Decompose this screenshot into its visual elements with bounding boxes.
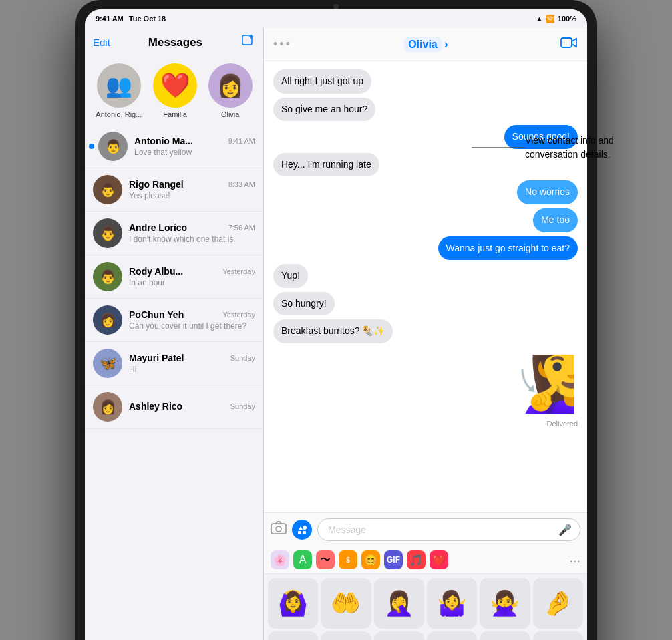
conv-preview-antonio: Love that yellow	[134, 148, 255, 157]
conv-avatar-rigo: 👨	[93, 175, 122, 204]
conv-info-rigo: Rigo Rangel 8:33 AM Yes please!	[129, 179, 255, 200]
conv-time-pochun: Yesterday	[222, 311, 255, 319]
music-sticker[interactable]: 🎵	[407, 550, 426, 569]
conv-name-andre: Andre Lorico	[129, 222, 187, 233]
conv-item-andre[interactable]: 👨 Andre Lorico 7:56 AM I don't know whic…	[85, 212, 263, 255]
memoji-cell-2[interactable]: 🤲	[321, 578, 371, 628]
chat-area: ••• Olivia All right I just got up So gi	[264, 28, 587, 640]
message-4: Hey... I'm running late	[273, 153, 379, 177]
conv-item-rigo[interactable]: 👨 Rigo Rangel 8:33 AM Yes please!	[85, 168, 263, 212]
pinned-label-antonio: Antonio, Rig...	[96, 110, 142, 118]
conv-name-ashley: Ashley Rico	[129, 401, 182, 412]
conv-item-antonio[interactable]: 👨 Antonio Ma... 9:41 AM Love that yellow	[85, 125, 263, 168]
status-time: 9:41 AM	[96, 15, 124, 23]
unread-dot	[89, 144, 94, 149]
conv-avatar-ashley: 👩	[93, 392, 122, 422]
memoji-cell-8[interactable]: ☝️	[321, 631, 371, 640]
conv-preview-mayuri: Hi	[129, 365, 255, 374]
memoji-cell-9[interactable]: 🤫	[374, 631, 424, 640]
memoji-grid: 🙆‍♀️ 🤲 🤦‍♀️ 🤷‍♀️ 🙅‍♀️ 🤌 🙈 ☝️ 🤫 🙏 🧘‍♀️ 🤞	[264, 574, 587, 640]
conv-info-pochun: PoChun Yeh Yesterday Can you cover it un…	[129, 309, 255, 331]
message-input[interactable]: iMessage 🎤	[317, 518, 580, 541]
conv-avatar-rody: 👨	[93, 262, 122, 291]
sidebar-title: Messages	[110, 36, 240, 49]
memoji-cell-5[interactable]: 🙅‍♀️	[480, 578, 530, 628]
memoji-cell-3[interactable]: 🤦‍♀️	[374, 578, 424, 628]
more-stickers-button[interactable]: ···	[569, 552, 580, 568]
memoji-cell-4[interactable]: 🤷‍♀️	[427, 578, 477, 628]
photos-sticker[interactable]: 🌸	[271, 550, 289, 569]
delivered-label: Delivered	[547, 420, 578, 428]
camera-button[interactable]	[271, 521, 287, 538]
conv-name-rigo: Rigo Rangel	[129, 179, 184, 190]
conv-avatar-andre: 👨	[93, 218, 122, 248]
conv-info-ashley: Ashley Rico Sunday	[129, 401, 255, 413]
conv-avatar-pochun: 👩	[93, 305, 122, 335]
memoji-cell-6[interactable]: 🤌	[533, 578, 583, 628]
sticker-bar: 🌸 A 〜 $ 😊 GIF 🎵 ❤️ ···	[264, 546, 587, 574]
conv-info-mayuri: Mayuri Patel Sunday Hi	[129, 353, 255, 374]
pinned-avatar-olivia: 👩	[208, 63, 253, 108]
chat-header: ••• Olivia	[264, 28, 587, 61]
callout-text: View contact info and conversation detai…	[525, 134, 659, 162]
conv-time-andre: 7:56 AM	[228, 224, 255, 232]
giphy-sticker[interactable]: GIF	[384, 550, 403, 569]
pinned-olivia[interactable]: 👩 Olivia	[208, 63, 253, 118]
pinned-avatar-antonio: 👥	[97, 63, 141, 108]
input-bar: iMessage 🎤	[264, 512, 587, 546]
contact-name-button[interactable]: Olivia	[404, 37, 448, 52]
pinned-contacts-row: 👥 Antonio, Rig... ❤️ Familia 👩	[85, 57, 263, 125]
header-dots: •••	[273, 37, 292, 51]
input-row: iMessage 🎤	[271, 518, 580, 541]
svg-rect-7	[298, 531, 301, 534]
conv-name-mayuri: Mayuri Patel	[129, 353, 184, 363]
battery-indicator: 100%	[558, 15, 576, 23]
signal-icon: ▲	[536, 15, 543, 23]
edit-button[interactable]: Edit	[93, 37, 110, 48]
message-2: So give me an hour?	[273, 98, 375, 122]
conv-item-pochun[interactable]: 👩 PoChun Yeh Yesterday Can you cover it …	[85, 299, 263, 342]
memoji-cell-1[interactable]: 🙆‍♀️	[268, 578, 318, 628]
conv-item-rody[interactable]: 👨 Rody Albu... Yesterday In an hour	[85, 255, 263, 299]
memoji-message: 🧏‍♀️ Delivered	[511, 347, 578, 428]
pinned-label-familia: Familia	[163, 110, 186, 118]
apps-button[interactable]	[292, 520, 312, 540]
wifi-icon: 🛜	[546, 15, 555, 23]
message-6: Me too	[533, 208, 578, 232]
pinned-avatar-familia: ❤️	[153, 63, 197, 108]
memoji-cell-7[interactable]: 🙈	[268, 631, 318, 640]
message-5: No worries	[517, 180, 578, 204]
appstore-sticker[interactable]: A	[293, 550, 312, 569]
pinned-familia[interactable]: ❤️ Familia	[153, 63, 197, 118]
message-1: All right I just got up	[273, 69, 371, 94]
contact-name-text: Olivia	[404, 37, 442, 52]
conv-preview-pochun: Can you cover it until I get there?	[129, 321, 255, 331]
memoji-cell-10[interactable]: 🙏	[427, 631, 477, 640]
compose-button[interactable]	[240, 33, 255, 51]
conv-name-rody: Rody Albu...	[129, 266, 183, 277]
callout-annotation: View contact info and conversation detai…	[525, 134, 659, 162]
message-7: Wanna just go straight to eat?	[438, 236, 578, 261]
conv-avatar-mayuri: 🦋	[93, 349, 122, 378]
status-date: Tue Oct 18	[129, 15, 166, 23]
conv-time-antonio: 9:41 AM	[228, 137, 255, 145]
conv-info-andre: Andre Lorico 7:56 AM I don't know which …	[129, 222, 255, 244]
conversation-list: 👨 Antonio Ma... 9:41 AM Love that yellow…	[85, 125, 263, 640]
svg-point-6	[303, 526, 307, 530]
conv-item-ashley[interactable]: 👩 Ashley Rico Sunday	[85, 385, 263, 429]
video-call-button[interactable]	[560, 36, 578, 53]
memoji-cell-12[interactable]: 🤞	[533, 631, 583, 640]
pinned-antonio[interactable]: 👥 Antonio, Rig...	[96, 63, 142, 118]
hearts-sticker[interactable]: ❤️	[430, 550, 448, 569]
conv-preview-andre: I don't know which one that is	[129, 234, 255, 244]
conv-avatar-antonio: 👨	[98, 132, 128, 161]
emoji-sticker[interactable]: 😊	[361, 550, 380, 569]
cash-sticker[interactable]: $	[339, 550, 357, 569]
microphone-icon[interactable]: 🎤	[558, 524, 572, 536]
svg-rect-3	[561, 38, 572, 47]
conv-item-mayuri[interactable]: 🦋 Mayuri Patel Sunday Hi	[85, 342, 263, 385]
memoji-cell-11[interactable]: 🧘‍♀️	[480, 631, 530, 640]
conv-info-antonio: Antonio Ma... 9:41 AM Love that yellow	[134, 136, 255, 157]
audio-sticker[interactable]: 〜	[316, 550, 335, 569]
message-8: Yup!	[273, 264, 308, 288]
